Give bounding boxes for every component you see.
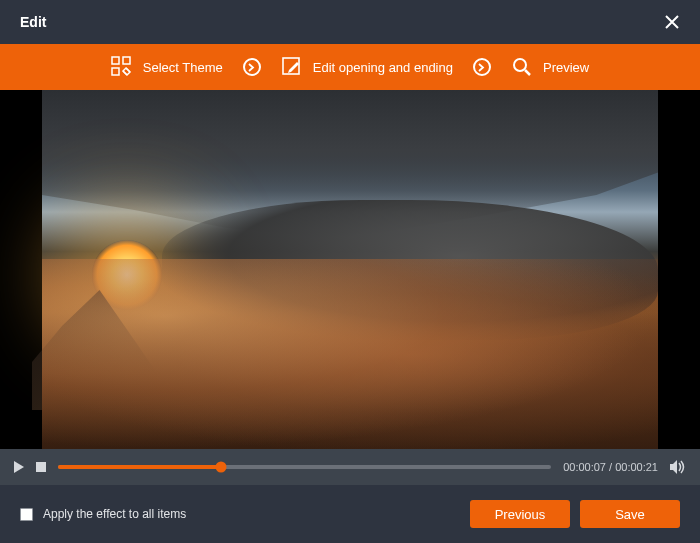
footer: Apply the effect to all items Previous S… [0, 485, 700, 543]
step-select-theme[interactable]: Select Theme [111, 56, 223, 78]
save-button[interactable]: Save [580, 500, 680, 528]
apply-all-checkbox[interactable] [20, 508, 33, 521]
svg-rect-0 [112, 57, 119, 64]
apply-all-label: Apply the effect to all items [43, 507, 186, 521]
play-icon [14, 461, 24, 473]
preview-video [42, 90, 658, 449]
titlebar: Edit [0, 0, 700, 44]
step-separator [243, 58, 261, 76]
svg-rect-1 [123, 57, 130, 64]
progress-fill [58, 465, 221, 469]
playback-controls: 00:00:07 / 00:00:21 [0, 449, 700, 485]
step-bar: Select Theme Edit opening and ending [0, 44, 700, 90]
speaker-icon [670, 460, 686, 474]
magnifier-icon [511, 56, 533, 78]
previous-button[interactable]: Previous [470, 500, 570, 528]
theme-icon [111, 56, 133, 78]
preview-area [0, 90, 700, 449]
play-button[interactable] [14, 461, 24, 473]
step-edit-opening-ending[interactable]: Edit opening and ending [281, 56, 453, 78]
svg-rect-2 [112, 68, 119, 75]
total-time: 00:00:21 [615, 461, 658, 473]
close-button[interactable] [660, 10, 684, 34]
button-label: Previous [495, 507, 546, 522]
svg-point-4 [514, 59, 526, 71]
svg-rect-5 [36, 462, 46, 472]
edit-icon [281, 56, 303, 78]
step-label: Edit opening and ending [313, 60, 453, 75]
progress-handle[interactable] [215, 462, 226, 473]
step-preview[interactable]: Preview [511, 56, 589, 78]
chevron-right-icon [478, 63, 485, 72]
button-label: Save [615, 507, 645, 522]
volume-button[interactable] [670, 460, 686, 474]
stop-button[interactable] [36, 462, 46, 472]
time-separator: / [609, 461, 612, 473]
cloud-decor [42, 259, 658, 449]
step-label: Select Theme [143, 60, 223, 75]
timecode: 00:00:07 / 00:00:21 [563, 461, 658, 473]
progress-slider[interactable] [58, 465, 551, 469]
close-icon [665, 15, 679, 29]
window-title: Edit [20, 14, 46, 30]
chevron-right-icon [248, 63, 255, 72]
stop-icon [36, 462, 46, 472]
step-label: Preview [543, 60, 589, 75]
edit-window: Edit Select Theme [0, 0, 700, 543]
step-separator [473, 58, 491, 76]
current-time: 00:00:07 [563, 461, 606, 473]
